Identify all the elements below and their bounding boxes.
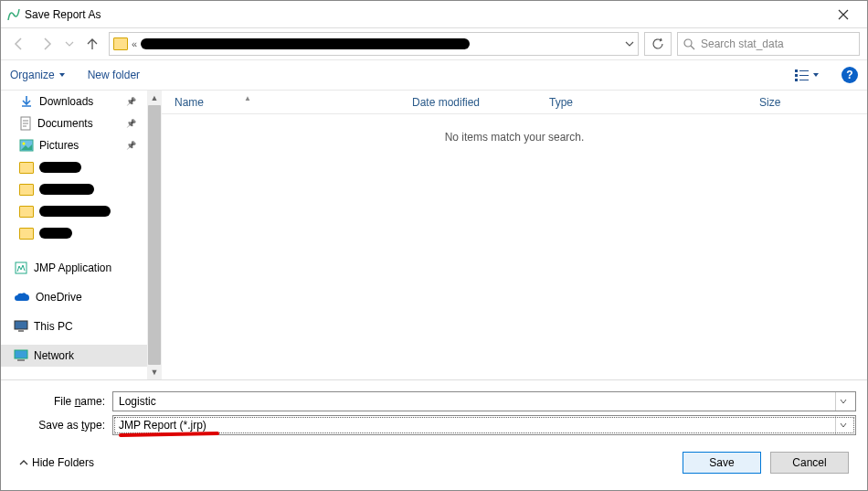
svg-rect-11	[15, 321, 27, 329]
svg-rect-3	[795, 74, 798, 77]
sidebar-item-label: Pictures	[39, 139, 79, 152]
svg-rect-12	[18, 330, 24, 332]
svg-rect-14	[17, 359, 25, 361]
saveastype-value: JMP Report (*.jrp)	[119, 419, 206, 432]
download-icon	[19, 94, 34, 109]
sort-indicator-icon: ▲	[244, 94, 251, 102]
filename-row: File name: Logistic	[12, 391, 856, 411]
hide-folders-button[interactable]: Hide Folders	[19, 456, 94, 469]
recent-dropdown[interactable]	[63, 33, 76, 55]
folder-icon	[19, 228, 34, 240]
sidebar-item-label: Downloads	[39, 95, 93, 108]
new-folder-button[interactable]: New folder	[88, 69, 140, 81]
view-options-button[interactable]	[794, 69, 820, 81]
organize-menu[interactable]: Organize	[10, 69, 66, 81]
jmp-icon	[14, 261, 28, 275]
refresh-button[interactable]	[644, 32, 672, 56]
search-input[interactable]: Search stat_data	[677, 32, 860, 56]
sidebar-item-this-pc[interactable]: This PC	[1, 315, 147, 337]
folder-icon	[19, 162, 34, 174]
scroll-down-arrow[interactable]: ▼	[147, 365, 162, 379]
svg-point-9	[23, 143, 26, 145]
svg-rect-5	[795, 79, 798, 81]
chevron-down-icon	[812, 71, 820, 79]
svg-point-0	[684, 39, 692, 47]
sidebar-item-label: This PC	[34, 320, 73, 333]
redacted-label	[39, 206, 111, 217]
sidebar-item-redacted-3[interactable]	[1, 156, 147, 178]
arrow-up-icon	[85, 37, 100, 51]
close-icon	[838, 9, 849, 20]
save-button[interactable]: Save	[683, 452, 761, 474]
chevron-down-icon	[840, 422, 847, 429]
empty-message: No items match your search.	[162, 114, 867, 160]
chevron-down-icon	[65, 39, 74, 48]
file-list-pane[interactable]: Name ▲ Date modified Type Size No items …	[162, 91, 867, 379]
forward-button[interactable]	[36, 33, 58, 55]
up-button[interactable]	[81, 33, 103, 55]
address-dropdown[interactable]	[625, 39, 634, 48]
search-icon	[683, 38, 695, 50]
search-placeholder: Search stat_data	[701, 37, 784, 50]
filename-value: Logistic	[119, 395, 156, 408]
navigation-row: « Search stat_data	[1, 28, 867, 59]
window-title: Save Report As	[21, 8, 825, 21]
pictures-icon	[19, 139, 34, 152]
svg-rect-4	[799, 75, 809, 76]
sidebar-item-documents[interactable]: Documents📌	[1, 112, 147, 134]
redacted-label	[39, 184, 94, 195]
organize-label: Organize	[10, 69, 55, 81]
chevron-up-icon	[19, 458, 28, 467]
arrow-right-icon	[39, 37, 54, 51]
sidebar-item-redacted-4[interactable]	[1, 178, 147, 200]
col-name[interactable]: Name ▲	[162, 96, 399, 109]
folder-icon	[19, 206, 34, 218]
folder-icon	[113, 37, 128, 50]
title-bar: Save Report As	[1, 1, 867, 28]
sidebar-item-label: JMP Application	[34, 262, 111, 274]
sidebar-item-jmp-application[interactable]: JMP Application	[1, 257, 147, 279]
sidebar-item-redacted-5[interactable]	[1, 200, 147, 222]
scroll-up-arrow[interactable]: ▲	[147, 91, 162, 105]
filename-input[interactable]: Logistic	[112, 391, 856, 411]
hide-folders-label: Hide Folders	[32, 456, 94, 469]
address-bar[interactable]: «	[109, 32, 639, 56]
app-icon	[6, 7, 21, 22]
saveastype-dropdown[interactable]	[835, 416, 850, 434]
scroll-thumb[interactable]	[148, 105, 161, 365]
sidebar-item-pictures[interactable]: Pictures📌	[1, 134, 147, 156]
back-button[interactable]	[8, 33, 30, 55]
annotation-underline	[119, 432, 219, 437]
button-row: Hide Folders Save Cancel	[12, 439, 856, 479]
sidebar-item-onedrive[interactable]: OneDrive	[1, 286, 147, 308]
close-button[interactable]	[825, 2, 862, 27]
filename-dropdown[interactable]	[835, 392, 850, 411]
col-date[interactable]: Date modified	[399, 96, 536, 109]
svg-rect-10	[16, 262, 26, 273]
pin-icon: 📌	[126, 141, 147, 150]
help-button[interactable]: ?	[842, 67, 858, 83]
cancel-button[interactable]: Cancel	[770, 452, 849, 474]
refresh-icon	[651, 37, 664, 50]
redacted-path	[141, 38, 470, 49]
saveastype-select[interactable]: JMP Report (*.jrp)	[112, 415, 856, 435]
navigation-sidebar[interactable]: Downloads📌Documents📌Pictures📌JMP Applica…	[1, 91, 147, 379]
sidebar-item-redacted-6[interactable]	[1, 222, 147, 244]
sidebar-item-label: Documents	[37, 117, 93, 130]
svg-rect-6	[799, 80, 809, 80]
col-size[interactable]: Size	[746, 96, 838, 109]
sidebar-scrollbar[interactable]: ▲ ▼	[147, 91, 162, 379]
filename-label: File name:	[12, 395, 112, 408]
toolbar: Organize New folder ?	[1, 59, 867, 91]
redacted-label	[39, 162, 81, 173]
view-icon	[794, 69, 810, 81]
pc-icon	[14, 320, 28, 333]
folder-icon	[19, 184, 34, 196]
svg-rect-2	[799, 70, 809, 71]
sidebar-item-downloads[interactable]: Downloads📌	[1, 91, 147, 112]
sidebar-item-label: OneDrive	[36, 291, 82, 304]
sidebar-item-label: Network	[34, 349, 74, 362]
sidebar-item-network[interactable]: Network	[1, 345, 147, 367]
new-folder-label: New folder	[88, 69, 140, 81]
col-type[interactable]: Type	[536, 96, 746, 109]
